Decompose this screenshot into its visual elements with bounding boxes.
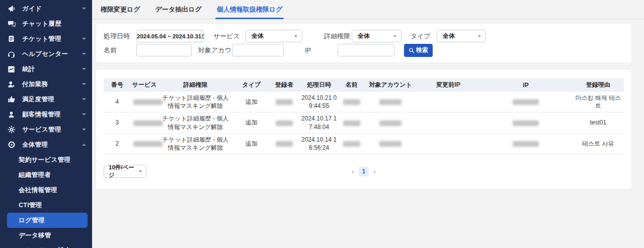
sidebar-item-label: ガイド [22,5,82,13]
sidebar: ガイド チャット履歴 チケット管理 ヘルプセンター [0,0,92,248]
caret-down-icon [139,170,142,172]
name-input[interactable] [136,44,192,56]
chevron-down-icon [82,8,86,10]
col-type: タイプ [233,78,269,92]
col-detail-permission: 詳細権限 [158,78,233,92]
cell-service-redacted [131,92,158,112]
cell-register-reason: 마스킹 해제 테스트 [573,92,624,112]
cell-registrant-redacted [270,133,299,154]
sidebar-item-label: チャット履歴 [22,20,86,28]
service-select[interactable]: 全体 [246,30,302,42]
gear-icon [7,125,16,134]
tab-label: 権限変更ログ [101,5,140,14]
cell-previous-ip [417,112,479,133]
cell-target-account-redacted [364,133,418,154]
cell-number: 3 [104,112,131,133]
cell-type: 追加 [233,133,269,154]
cell-detail-permission: チケット詳細履歴 - 個人情報マスキング解除 [158,133,233,154]
page-size-value: 10件/ページ [109,164,139,179]
sidebar-subitem-log-management[interactable]: ログ管理 [7,213,88,228]
prev-page-icon[interactable]: ‹ [351,168,355,175]
tab-label: データ抽出ログ [155,5,202,14]
date-range-value: 2024.05.04 ~ 2024.10.31 [137,33,201,39]
tab-label: 個人情報取扱権限ログ [217,5,283,14]
detail-permission-select[interactable]: 全体 [352,30,401,42]
chevron-down-icon [82,68,86,70]
caret-down-icon [294,35,297,37]
col-number: 番号 [104,78,131,92]
sidebar-item-additional-tasks[interactable]: 付加業務 [0,77,92,92]
caret-down-icon [478,35,481,37]
sidebar-item-label: 付加業務 [22,80,82,89]
sidebar-item-statistics[interactable]: 統計 [0,61,92,77]
sidebar-item-help-center[interactable]: ヘルプセンター [0,46,92,61]
service-label: サービス [213,32,246,41]
sidebar-subitem-contract-service[interactable]: 契約サービス管理 [0,152,92,167]
tab-permission-change-log[interactable]: 権限変更ログ [101,0,140,19]
cell-name-redacted [339,133,364,154]
cell-register-reason: 테스트 사유 [573,133,624,154]
redacted-value [513,99,539,105]
name-label: 名前 [104,46,136,55]
sidebar-item-chat-history[interactable]: チャット履歴 [0,16,92,31]
sidebar-subitem-cti[interactable]: CTI管理 [0,198,92,213]
cell-target-account-redacted [364,112,418,133]
chart-icon [7,65,16,74]
customer-icon [7,110,16,119]
page-size-select[interactable]: 10件/ページ [104,165,146,178]
type-select[interactable]: 全体 [437,30,486,42]
redacted-value [276,99,293,105]
settings-target-icon [7,140,16,149]
sidebar-subitem-org-admin[interactable]: 組織管理者 [0,167,92,182]
chevron-down-icon [82,53,86,55]
search-icon [409,47,415,53]
table-row: 2 チケット詳細履歴 - 個人情報マスキング解除 追加 2024.10.14 1… [104,133,624,154]
page-number-1[interactable]: 1 [359,166,369,176]
tab-personal-info-permission-log[interactable]: 個人情報取扱権限ログ [217,0,283,19]
redacted-value [276,141,293,147]
cell-ip-redacted [479,112,572,133]
calendar-icon[interactable] [201,30,204,42]
chevron-up-icon [82,144,86,146]
target-account-input[interactable] [232,44,284,56]
sidebar-item-satisfaction-management[interactable]: 満足度管理 [0,92,92,107]
col-previous-ip: 変更前IP [417,78,479,92]
sidebar-item-label: 統計 [22,65,82,74]
redacted-value [513,141,539,147]
next-page-icon[interactable]: › [372,168,377,175]
redacted-value [379,141,401,147]
table-row: 3 チケット詳細履歴 - 個人情報マスキング解除 追加 2024.10.17 1… [104,112,624,133]
col-name: 名前 [339,78,364,92]
cell-previous-ip [417,133,479,154]
detail-permission-select-value: 全体 [358,32,370,40]
megaphone-icon [7,4,16,13]
sidebar-item-label: 満足度管理 [22,95,82,104]
tab-data-extraction-log[interactable]: データ抽出ログ [155,0,202,19]
ticket-icon [7,34,16,43]
sidebar-item-guide[interactable]: ガイド [0,1,92,16]
ip-input[interactable] [338,44,394,56]
col-target-account: 対象アカウント [364,78,418,92]
sidebar-subitem-company-info[interactable]: 会社情報管理 [0,182,92,198]
sidebar-item-ticket-management[interactable]: チケット管理 [0,31,92,46]
cell-service-redacted [131,133,158,154]
redacted-value [513,120,539,126]
sidebar-subitem-security-settings[interactable]: セキュリティ設定 [0,243,92,248]
date-range-input[interactable]: 2024.05.04 ~ 2024.10.31 [136,30,204,42]
cell-process-datetime: 2024.10.17 17:48:04 [299,112,340,133]
caret-down-icon [393,35,396,37]
sidebar-item-customer-info-management[interactable]: 顧客情報管理 [0,107,92,122]
search-button[interactable]: 検索 [404,44,433,57]
sidebar-item-overall-management[interactable]: 全体管理 [0,137,92,152]
sidebar-item-service-management[interactable]: サービス管理 [0,122,92,137]
sidebar-subitem-data-migration[interactable]: データ移管 [0,228,92,243]
sidebar-subitem-label: データ移管 [19,231,51,240]
cell-name-redacted [339,92,364,112]
sidebar-subitem-label: CTI管理 [19,201,42,210]
sidebar-subitem-label: ログ管理 [19,216,45,225]
thumbs-up-icon [7,95,16,104]
log-table-panel: 番号 サービス 詳細権限 タイプ 登録者 処理日時 名前 対象アカウント 変更前… [96,69,632,190]
redacted-value [343,120,360,126]
app-window: ガイド チャット履歴 チケット管理 ヘルプセンター [0,0,644,248]
service-select-value: 全体 [252,32,264,40]
